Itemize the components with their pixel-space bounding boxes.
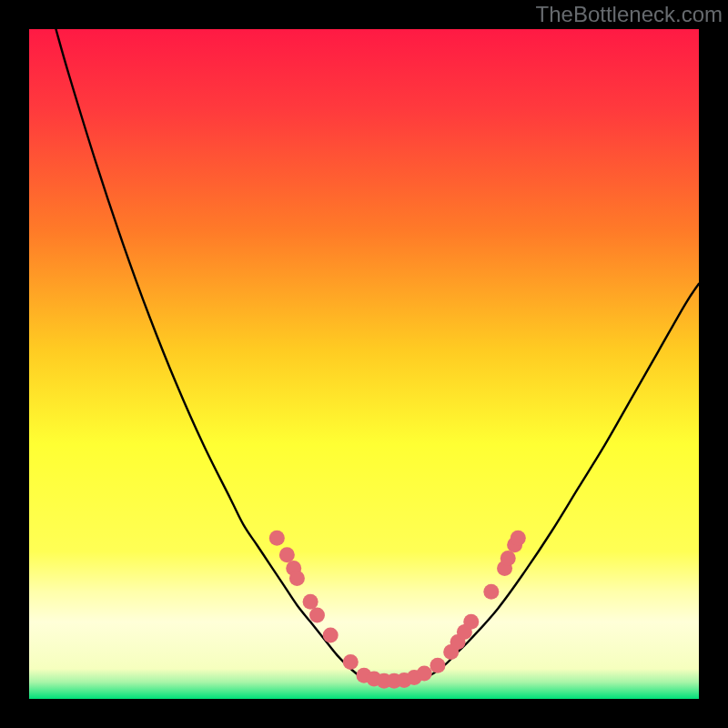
data-marker xyxy=(463,614,479,630)
data-marker xyxy=(430,658,445,673)
data-marker xyxy=(269,531,285,546)
gradient-background xyxy=(29,29,699,699)
data-marker xyxy=(483,584,499,600)
chart-frame: TheBottleneck.com xyxy=(0,0,728,728)
data-marker xyxy=(511,531,526,546)
bottleneck-chart xyxy=(29,29,699,699)
watermark-text: TheBottleneck.com xyxy=(536,2,723,27)
data-marker xyxy=(303,594,318,610)
data-marker xyxy=(500,551,516,566)
plot-area xyxy=(29,29,699,699)
data-marker xyxy=(289,571,305,586)
data-marker xyxy=(309,608,325,623)
data-marker xyxy=(417,666,432,682)
data-marker xyxy=(279,547,295,562)
data-marker xyxy=(343,654,359,670)
data-marker xyxy=(323,628,339,643)
